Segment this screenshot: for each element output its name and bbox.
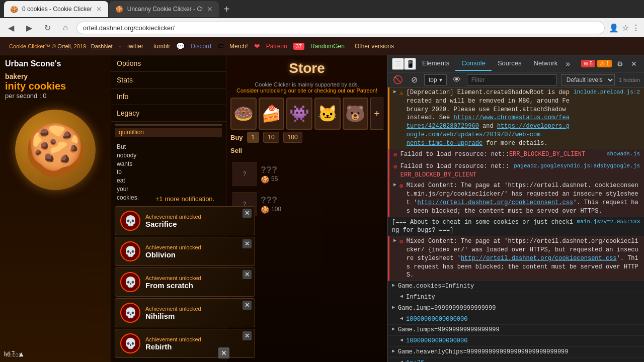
top-label: top <box>429 76 437 83</box>
achievement-name-oblivion: Oblivion <box>145 250 250 259</box>
buy-100-btn[interactable]: 100 <box>283 132 302 143</box>
tab-network[interactable]: Network <box>528 56 564 71</box>
source-preload[interactable]: include.preload.js:2 <box>574 88 640 96</box>
console-line-mixed1: ▶ ⊗ Mixed Content: The page at 'https://… <box>388 180 644 217</box>
buy-10-btn[interactable]: 10 <box>263 132 279 143</box>
expand-icon-lump[interactable]: ▶ <box>392 304 395 311</box>
forward-button[interactable]: ▶ <box>22 21 36 35</box>
user-icon[interactable]: 👤 <box>609 23 619 33</box>
console-line-heavenly: ▶ Game.heavenlyChips=9999999999999999999… <box>388 347 644 358</box>
expand-icon-inf1[interactable]: ◀ <box>400 293 403 300</box>
discord-link[interactable]: Discord <box>187 43 215 50</box>
link-chromestatus2[interactable]: 2420280729960 <box>432 123 479 130</box>
refresh-button[interactable]: ↻ <box>40 21 54 35</box>
tab-close2[interactable]: ✕ <box>207 5 213 13</box>
other-versions-link[interactable]: Other versions <box>351 43 398 50</box>
tab-console[interactable]: Console <box>455 56 492 71</box>
achievement-card-sacrifice: 💀 Achievement unlocked Sacrifice ✕ <box>115 206 255 235</box>
tab-favicon2: 🍪 <box>115 6 123 13</box>
unknown-icon-1[interactable]: ? <box>232 162 257 186</box>
buy-sell-row: Buy 1 10 100 <box>226 130 387 145</box>
achievement-text-nihilism: Achievement unlocked Nihilism <box>145 306 250 320</box>
devtools-inspect-btn[interactable]: ☰ <box>392 58 404 70</box>
address-bar[interactable]: orteil.dashnet.org/cookieclicker/ <box>76 22 605 34</box>
achievement-close-rebirth[interactable]: ✕ <box>243 331 252 340</box>
expand-icon-cookies[interactable]: ▶ <box>392 282 395 289</box>
options-btn[interactable]: Options <box>111 55 226 72</box>
sell-label: Sell <box>230 147 242 154</box>
top-context[interactable]: top ▾ <box>424 74 447 85</box>
tab-elements[interactable]: Elements <box>416 56 455 71</box>
settings-icon[interactable]: ⚙ <box>614 58 626 70</box>
store-support-link[interactable]: Consider unblocking our site or checking… <box>236 87 377 94</box>
new-tab-button[interactable]: + <box>220 4 234 15</box>
link-cookieconsent2[interactable]: http://orteil.dashnet.org/cookieconsent.… <box>461 255 617 262</box>
star-icon[interactable]: ☆ <box>622 23 629 33</box>
store-support: Cookie Clicker is mainly supported by ad… <box>226 81 387 98</box>
menu-icon[interactable]: ⋮ <box>632 23 640 33</box>
home-button[interactable]: ⌂ <box>58 21 72 35</box>
achievement-name-rebirth: Rebirth <box>145 342 250 351</box>
cookie-price-icon-2: 🍪 <box>261 206 269 214</box>
tab-cookieclicker[interactable]: 🍪 0 cookies - Cookie Clicker ✕ <box>4 1 108 17</box>
error-icon-3: ⊗ <box>399 182 404 191</box>
link-nents[interactable]: nents-time-to-upgrade <box>407 140 482 147</box>
devtools-mobile-btn[interactable]: 📱 <box>404 58 416 70</box>
warn-badge: ⚠ 1 <box>597 60 612 67</box>
source-pagead[interactable]: pagead2.googlesyndic.js:adsbygoogle.js <box>514 162 640 170</box>
extra-close-btn[interactable]: ✕ <box>218 347 229 358</box>
expand-icon-mixed1[interactable]: ▶ <box>393 182 396 189</box>
default-levels-select[interactable]: Default levels <box>561 74 615 85</box>
link-cookieconsent[interactable]: http://orteil.dashnet.org/cookieconsent.… <box>417 199 573 206</box>
patreon-count: 37 <box>293 43 304 50</box>
randomgen-link[interactable]: RandomGen <box>306 43 349 50</box>
store-item-1[interactable]: 🍩 <box>230 98 257 130</box>
buy-label: Buy <box>230 134 243 141</box>
achievement-close-sacrifice[interactable]: ✕ <box>243 209 252 218</box>
buy-1-btn[interactable]: 1 <box>247 132 260 143</box>
big-cookie[interactable] <box>15 110 96 190</box>
top-dropdown-icon: ▾ <box>439 76 442 83</box>
store-item-2[interactable]: 🍰 <box>259 98 285 130</box>
legacy-btn[interactable]: Legacy <box>111 105 226 122</box>
expand-icon-heavenly[interactable]: ▶ <box>392 348 395 355</box>
filter-toggle-btn[interactable]: ⊘ <box>408 74 420 86</box>
close-devtools-icon[interactable]: ✕ <box>628 58 640 70</box>
expand-icon-hv[interactable]: ◀ <box>400 359 403 362</box>
devtools-more[interactable]: » <box>566 59 570 68</box>
stats-btn[interactable]: Stats <box>111 72 226 88</box>
merch-link[interactable]: Merch! <box>225 43 252 50</box>
expand-icon-lv[interactable]: ◀ <box>400 315 403 322</box>
twitter-link[interactable]: twitter <box>123 43 147 50</box>
tab-uncanny[interactable]: 🍪 Uncanny Cookie Clicker - Chr... ✕ <box>109 1 219 17</box>
eye-btn[interactable]: 👁 <box>451 74 463 86</box>
clear-console-btn[interactable]: 🚫 <box>392 74 404 86</box>
store-item-4[interactable]: 🐱 <box>314 98 341 130</box>
achievements-overlay: +1 more notification. 💀 Achievement unlo… <box>111 193 259 362</box>
nav-icons: 👤 ☆ ⋮ <box>609 23 640 33</box>
source-main[interactable]: main.js?v=2.055:133 <box>577 218 640 226</box>
source-showads[interactable]: showads.js <box>607 150 640 158</box>
tab-sources[interactable]: Sources <box>492 56 528 71</box>
achievement-unlocked-rebirth: Achievement unlocked <box>145 336 250 342</box>
store-add-btn[interactable]: + <box>370 98 383 130</box>
expand-icon-lumpsv[interactable]: ◀ <box>400 337 403 344</box>
expand-icon-lumps[interactable]: ▶ <box>392 326 395 333</box>
info-btn[interactable]: Info <box>111 88 226 105</box>
patreon-link[interactable]: Patreon <box>262 43 291 50</box>
achievement-close-fromscratch[interactable]: ✕ <box>243 270 252 279</box>
store-item-3[interactable]: 👾 <box>286 98 312 130</box>
achievement-close-nihilism[interactable]: ✕ <box>243 301 252 310</box>
console-line-cookies: ▶ Game.cookies=Infinity <box>388 281 644 292</box>
tab-close[interactable]: ✕ <box>96 5 102 13</box>
store-item-5[interactable]: 🐻 <box>343 98 369 130</box>
expand-icon-mixed2[interactable]: ▶ <box>393 237 396 244</box>
expand-icon-1[interactable]: ▶ <box>393 88 396 96</box>
back-button[interactable]: ◀ <box>4 21 18 35</box>
achievement-icon-sacrifice: 💀 <box>120 211 140 231</box>
unknown-item-1: ? ??? 🍪 55 <box>230 160 383 188</box>
achievement-close-oblivion[interactable]: ✕ <box>243 239 252 248</box>
tumblr-link[interactable]: tumblr <box>149 43 174 50</box>
filter-input[interactable] <box>467 74 557 85</box>
achievement-text-oblivion: Achievement unlocked Oblivion <box>145 244 250 259</box>
